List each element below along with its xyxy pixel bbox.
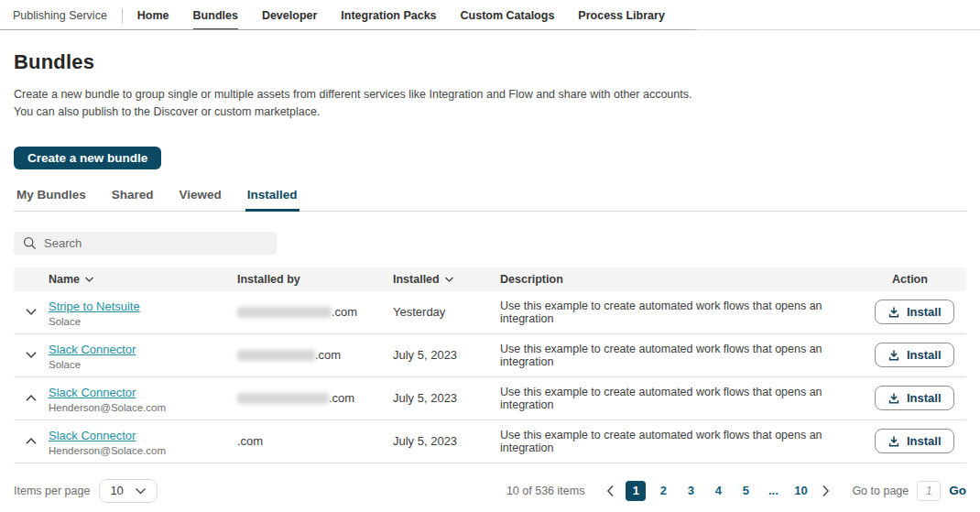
- download-icon: [887, 306, 900, 319]
- bundle-publisher: Solace: [49, 359, 237, 370]
- column-header-installed-by: Installed by: [237, 273, 393, 286]
- chevron-left-icon: [606, 485, 615, 497]
- page-button[interactable]: 10: [790, 481, 811, 501]
- page-button[interactable]: 5: [735, 481, 756, 501]
- install-button[interactable]: Install: [875, 386, 954, 410]
- page-ellipsis: ...: [763, 481, 783, 501]
- action-cell: Install: [875, 343, 966, 367]
- nav-item-custom-catalogs[interactable]: Custom Catalogs: [461, 0, 555, 30]
- bundle-publisher: Henderson@Solace.com: [49, 402, 237, 413]
- go-to-page-input[interactable]: [917, 481, 941, 501]
- previous-page-button[interactable]: [603, 483, 618, 499]
- nav-item-process-library[interactable]: Process Library: [578, 0, 665, 30]
- chevron-up-icon: [25, 437, 38, 445]
- page-button[interactable]: 3: [681, 481, 701, 501]
- table-header-row: Name Installed by Installed Description …: [14, 267, 966, 291]
- nav-item-home[interactable]: Home: [137, 0, 169, 30]
- table-row: Slack Connector Henderson@Solace.com .co…: [14, 377, 966, 420]
- pagination-area: 10 of 536 items 1 2 3 4 5 ... 10 Go to p…: [506, 481, 966, 501]
- items-per-page-select[interactable]: 10: [99, 479, 157, 503]
- description-cell: Use this example to create automated wor…: [500, 429, 875, 454]
- nav-item-developer[interactable]: Developer: [262, 0, 317, 30]
- table-row: Slack Connector Solace .com July 5, 2023…: [14, 334, 966, 377]
- chevron-down-icon: [135, 487, 147, 495]
- tab-viewed[interactable]: Viewed: [178, 184, 223, 212]
- expand-row-toggle[interactable]: [14, 308, 49, 316]
- installed-date-cell: Yesterday: [393, 305, 500, 319]
- bundle-name-cell: Stripe to Netsuite Solace: [49, 298, 237, 327]
- redacted-email: [237, 393, 329, 404]
- bundle-name-cell: Slack Connector Solace: [49, 341, 237, 370]
- go-to-page: Go to page Go: [852, 481, 966, 501]
- page-button[interactable]: 4: [708, 481, 728, 501]
- page-button[interactable]: 1: [626, 481, 646, 501]
- nav-item-bundles[interactable]: Bundles: [193, 0, 238, 30]
- chevron-down-icon: [25, 308, 38, 316]
- installed-date-cell: July 5, 2023: [393, 348, 500, 362]
- install-button[interactable]: Install: [875, 343, 954, 367]
- download-icon: [887, 435, 900, 448]
- search-icon: [23, 236, 37, 250]
- table-footer: Items per page 10 10 of 536 items 1 2 3 …: [0, 479, 980, 503]
- column-header-description: Description: [500, 273, 875, 286]
- chevron-down-icon: [25, 351, 38, 359]
- installed-date-cell: July 5, 2023: [393, 434, 500, 448]
- redacted-email: [237, 307, 332, 318]
- description-cell: Use this example to create automated wor…: [500, 386, 875, 411]
- top-navigation: Publishing Service Home Bundles Develope…: [0, 0, 980, 30]
- bundle-name-link[interactable]: Slack Connector: [49, 429, 136, 442]
- installed-bundles-table: Name Installed by Installed Description …: [14, 267, 966, 463]
- bundle-publisher: Solace: [49, 316, 237, 327]
- search-box[interactable]: [14, 232, 277, 255]
- next-page-button[interactable]: [818, 483, 833, 499]
- items-summary: 10 of 536 items: [506, 485, 584, 497]
- app-title: Publishing Service: [13, 9, 107, 22]
- bundle-name-link[interactable]: Slack Connector: [49, 343, 136, 356]
- search-input[interactable]: [44, 236, 267, 250]
- description-cell: Use this example to create automated wor…: [500, 343, 875, 368]
- bundle-name-link[interactable]: Stripe to Netsuite: [49, 300, 140, 313]
- sort-chevron-down-icon: [84, 276, 94, 283]
- expand-row-toggle[interactable]: [14, 394, 49, 402]
- items-per-page: Items per page 10: [14, 479, 158, 503]
- description-cell: Use this example to create automated wor…: [500, 300, 875, 325]
- tab-installed[interactable]: Installed: [245, 184, 299, 212]
- table-row: Slack Connector Henderson@Solace.com .co…: [14, 420, 966, 463]
- bundle-name-cell: Slack Connector Henderson@Solace.com: [49, 384, 237, 413]
- column-header-action: Action: [875, 273, 966, 286]
- column-header-installed[interactable]: Installed: [393, 273, 500, 286]
- nav-divider: [122, 8, 123, 23]
- nav-item-integration-packs[interactable]: Integration Packs: [341, 0, 436, 30]
- installed-by-cell: .com: [237, 305, 393, 319]
- nav-menu: Home Bundles Developer Integration Packs…: [137, 0, 665, 30]
- download-icon: [887, 392, 900, 405]
- install-button[interactable]: Install: [875, 300, 954, 324]
- tab-shared[interactable]: Shared: [110, 184, 156, 212]
- redacted-email: [237, 350, 315, 361]
- action-cell: Install: [875, 386, 966, 410]
- installed-by-cell: .com: [237, 391, 393, 405]
- tab-my-bundles[interactable]: My Bundles: [15, 184, 88, 212]
- install-button[interactable]: Install: [875, 429, 954, 453]
- installed-by-cell: .com: [237, 348, 393, 362]
- action-cell: Install: [875, 300, 966, 324]
- sort-chevron-down-icon: [444, 276, 454, 283]
- bundle-name-link[interactable]: Slack Connector: [49, 386, 136, 399]
- download-icon: [887, 349, 900, 362]
- table-row: Stripe to Netsuite Solace .com Yesterday…: [14, 291, 966, 334]
- page-description: Create a new bundle to group single or m…: [14, 86, 699, 122]
- chevron-right-icon: [822, 485, 830, 497]
- action-cell: Install: [875, 429, 966, 453]
- column-header-name[interactable]: Name: [49, 273, 237, 286]
- go-to-page-label: Go to page: [852, 485, 909, 497]
- expand-row-toggle[interactable]: [14, 437, 49, 445]
- page-button[interactable]: 2: [653, 481, 673, 501]
- page-content: Bundles Create a new bundle to group sin…: [0, 50, 980, 463]
- page-title: Bundles: [14, 50, 966, 74]
- expand-row-toggle[interactable]: [14, 351, 49, 359]
- pager: 1 2 3 4 5 ... 10: [603, 481, 833, 501]
- create-bundle-button[interactable]: Create a new bundle: [14, 147, 161, 169]
- go-button[interactable]: Go: [949, 484, 966, 497]
- items-per-page-label: Items per page: [14, 485, 90, 497]
- installed-by-cell: .com: [237, 434, 393, 448]
